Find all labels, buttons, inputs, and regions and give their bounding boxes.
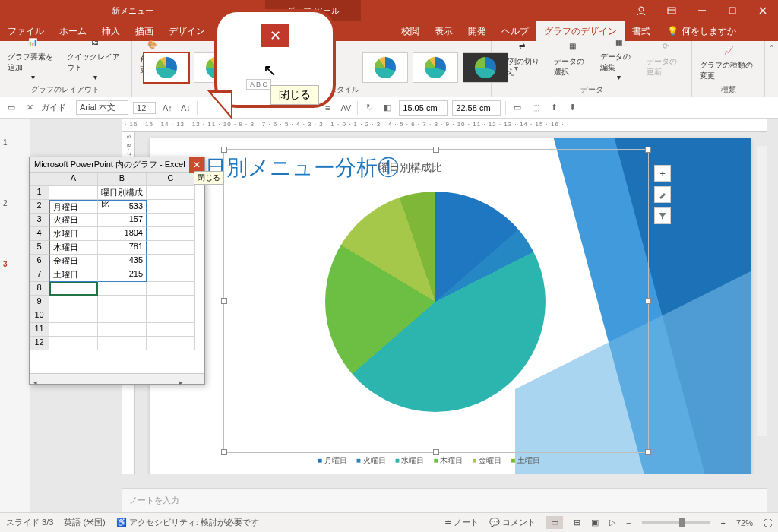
cell[interactable] [49,323,98,337]
edit-data-button[interactable]: ▦データの編集▾ [597,30,640,83]
cell[interactable] [98,282,147,296]
restore-button[interactable] [717,0,748,21]
row-header[interactable]: 10 [30,309,49,323]
pie-chart[interactable] [325,192,546,412]
close-button[interactable] [748,0,778,21]
row-header[interactable]: 4 [30,227,49,241]
legend-item[interactable]: 金曜日 [472,455,501,466]
font-size[interactable]: 12 [133,102,156,114]
notes-toggle[interactable]: ≐ ノート [444,517,479,528]
legend-item[interactable]: 土曜日 [511,455,540,466]
tab-developer[interactable]: 開発 [460,21,494,41]
cell[interactable]: 月曜日 [49,200,98,214]
cell[interactable] [98,309,147,323]
cell[interactable] [147,337,195,350]
increase-font-icon[interactable]: A↑ [160,101,174,115]
thumb-1[interactable]: 1 [0,137,30,198]
cell[interactable] [49,337,98,350]
collapse-ribbon-icon[interactable]: ˄ [765,41,778,97]
row-header[interactable]: 3 [30,214,49,227]
cell[interactable]: 157 [98,214,147,227]
chart-filters-button[interactable] [654,207,671,224]
cell[interactable] [147,186,195,200]
slide-canvas[interactable]: 曜日別メニュー分析① 曜日別構成比 + 月曜日 火曜日 水曜日 木曜日 金曜日 [135,132,767,474]
cell[interactable] [49,186,98,200]
cell[interactable] [98,323,147,337]
excel-close-button[interactable]: ✕ [189,157,204,173]
tab-review[interactable]: 校閲 [394,21,427,41]
cell[interactable]: 781 [98,241,147,255]
quick-layout-button[interactable]: 🗂クイックレイアウト▾ [64,30,126,83]
tell-me[interactable]: 何をしますか [682,25,736,38]
arrange-icon[interactable]: ▭ [511,101,524,115]
cell[interactable] [49,296,98,309]
cell[interactable] [147,282,195,296]
row-header[interactable]: 7 [30,268,49,282]
fit-window-icon[interactable]: ⛶ [764,518,772,527]
cell[interactable]: 1804 [98,227,147,241]
tab-view[interactable]: 表示 [427,21,460,41]
cancel-icon[interactable]: ✕ [23,101,36,115]
select-all-cell[interactable] [30,173,49,186]
account-icon[interactable] [626,0,656,21]
decrease-font-icon[interactable]: A↓ [179,101,192,115]
row-header[interactable]: 8 [30,282,49,296]
cell[interactable] [98,337,147,350]
cell[interactable] [147,241,195,255]
zoom-slider[interactable] [642,521,710,524]
thumb-3[interactable]: 3 [0,258,30,319]
legend-item[interactable]: 火曜日 [356,455,386,466]
change-chart-type-button[interactable]: 📈グラフの種類の変更 [697,39,760,83]
col-header[interactable]: B [98,173,147,186]
cell[interactable]: 215 [98,268,147,282]
row-header[interactable]: 2 [30,200,49,214]
cell[interactable] [147,227,195,241]
shape-width-input[interactable] [452,100,501,116]
ribbon-display-icon[interactable] [656,0,687,21]
cell[interactable] [49,282,98,296]
guide-toggle[interactable]: ガイド [41,102,66,113]
col-header[interactable]: C [147,173,195,186]
view-slideshow-icon[interactable]: ▷ [609,518,615,527]
cell[interactable]: 金曜日 [49,255,98,268]
chart-style-4[interactable] [413,52,458,83]
status-accessibility[interactable]: ♿ アクセシビリティ: 検討が必要です [116,517,259,528]
group-icon[interactable]: ⬚ [529,101,542,115]
legend-item[interactable]: 月曜日 [318,455,347,466]
switch-row-column-button[interactable]: ⇄行/列の切り替え [496,35,548,79]
rotate-icon[interactable]: ↻ [362,101,376,115]
shape-height-input[interactable] [399,100,448,116]
cell[interactable] [147,255,195,268]
cell[interactable] [49,309,98,323]
select-data-button[interactable]: ▦データの選択 [551,35,594,79]
excel-horizontal-scrollbar[interactable]: ◂ ▸ [30,373,204,384]
cell[interactable] [98,296,147,309]
zoom-in-icon[interactable]: + [721,518,726,527]
scroll-left-icon[interactable]: ◂ [30,377,40,388]
cell[interactable]: 水曜日 [49,227,98,241]
col-header[interactable]: A [49,173,98,186]
cell[interactable] [147,200,195,214]
row-header[interactable]: 6 [30,255,49,268]
view-normal-icon[interactable]: ▭ [546,516,563,529]
cell[interactable] [147,214,195,227]
chart-style-1[interactable] [144,52,189,83]
tab-design[interactable]: デザイン [161,21,213,41]
excel-data-window[interactable]: Microsoft PowerPoint 内のグラフ - Excel ✕ 閉じる… [29,157,205,385]
legend-item[interactable]: 木曜日 [433,455,463,466]
cell[interactable]: 533 [98,200,147,214]
thumb-2[interactable]: 2 [0,198,30,258]
row-header[interactable]: 1 [30,186,49,200]
slide[interactable]: 曜日別メニュー分析① 曜日別構成比 + 月曜日 火曜日 水曜日 木曜日 金曜日 [150,138,751,474]
row-header[interactable]: 11 [30,323,49,337]
minimize-button[interactable] [687,0,717,21]
status-language[interactable]: 英語 (米国) [64,517,105,528]
comments-toggle[interactable]: 💬 コメント [489,517,536,528]
chart-style-3[interactable] [362,52,408,83]
send-backward-icon[interactable]: ⬇ [565,101,579,115]
bring-forward-icon[interactable]: ⬆ [547,101,561,115]
zoom-out-icon[interactable]: − [626,518,631,527]
slide-icon[interactable]: ▭ [5,101,18,115]
legend-item[interactable]: 水曜日 [395,455,425,466]
notes-pane[interactable]: ノートを入力 [122,488,767,512]
